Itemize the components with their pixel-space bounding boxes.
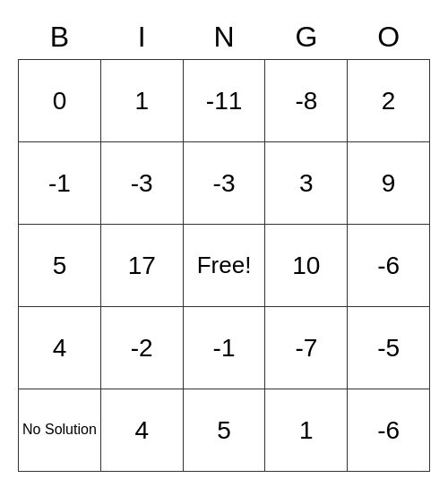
cell-r0-c4: 2 <box>348 60 430 142</box>
table-row: 4-2-1-7-5 <box>19 307 430 389</box>
cell-r3-c2: -1 <box>183 307 265 389</box>
header-row: B I N G O <box>19 15 430 60</box>
header-o: O <box>348 15 430 60</box>
cell-r2-c4: -6 <box>348 225 430 307</box>
cell-r3-c0: 4 <box>19 307 101 389</box>
cell-r3-c3: -7 <box>265 307 348 389</box>
header-i: I <box>100 15 183 60</box>
bingo-body: 01-11-82-1-3-339517Free!10-64-2-1-7-5No … <box>19 60 430 472</box>
header-n: N <box>183 15 265 60</box>
cell-r1-c1: -3 <box>100 142 183 225</box>
cell-r2-c2: Free! <box>183 225 265 307</box>
cell-r0-c2: -11 <box>183 60 265 142</box>
cell-r1-c0: -1 <box>19 142 101 225</box>
cell-r2-c3: 10 <box>265 225 348 307</box>
header-b: B <box>19 15 101 60</box>
cell-r1-c4: 9 <box>348 142 430 225</box>
cell-r0-c3: -8 <box>265 60 348 142</box>
cell-r3-c4: -5 <box>348 307 430 389</box>
cell-r4-c2: 5 <box>183 389 265 472</box>
cell-r4-c1: 4 <box>100 389 183 472</box>
cell-r3-c1: -2 <box>100 307 183 389</box>
cell-r0-c1: 1 <box>100 60 183 142</box>
cell-r4-c4: -6 <box>348 389 430 472</box>
cell-r4-c0: No Solution <box>19 389 101 472</box>
cell-r4-c3: 1 <box>265 389 348 472</box>
table-row: 01-11-82 <box>19 60 430 142</box>
table-row: -1-3-339 <box>19 142 430 225</box>
cell-r2-c1: 17 <box>100 225 183 307</box>
cell-r1-c3: 3 <box>265 142 348 225</box>
table-row: No Solution451-6 <box>19 389 430 472</box>
cell-r2-c0: 5 <box>19 225 101 307</box>
bingo-card: B I N G O 01-11-82-1-3-339517Free!10-64-… <box>18 15 430 473</box>
header-g: G <box>265 15 348 60</box>
cell-r1-c2: -3 <box>183 142 265 225</box>
cell-r0-c0: 0 <box>19 60 101 142</box>
table-row: 517Free!10-6 <box>19 225 430 307</box>
